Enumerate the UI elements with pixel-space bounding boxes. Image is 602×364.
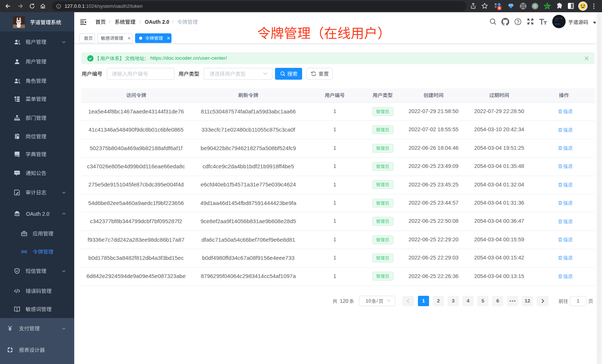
svg-text:9: 9: [498, 6, 500, 10]
